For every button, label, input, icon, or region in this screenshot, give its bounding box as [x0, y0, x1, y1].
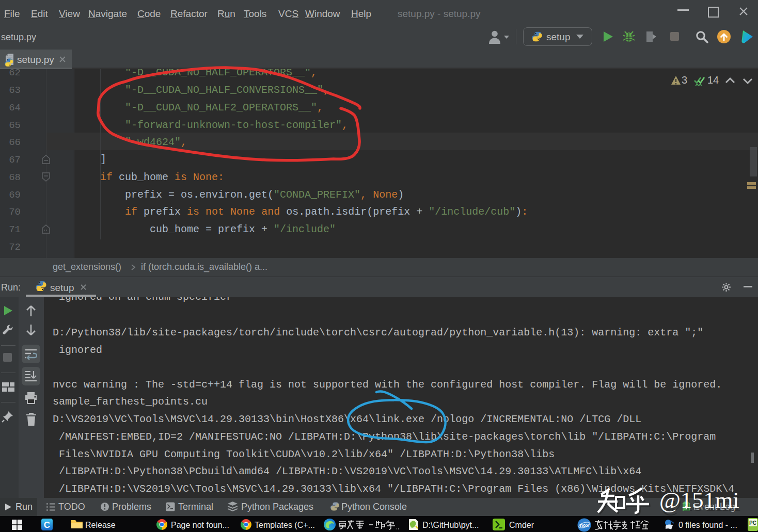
- svg-text:@151mi: @151mi: [659, 487, 739, 513]
- svg-text:C: C: [44, 520, 50, 530]
- svg-text:nox: nox: [580, 522, 589, 528]
